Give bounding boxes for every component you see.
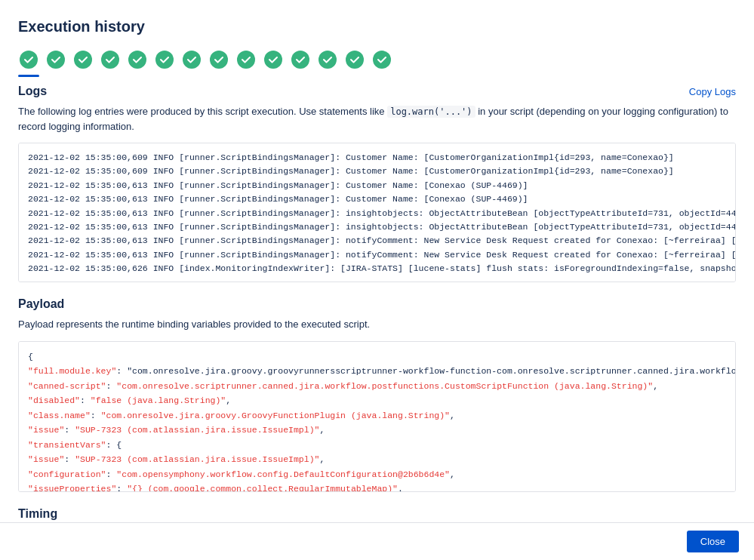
active-indicator [18,75,39,77]
check-item-9[interactable] [263,49,284,70]
copy-logs-button[interactable]: Copy Logs [689,86,736,97]
check-item-5[interactable] [154,49,175,70]
timing-section: Timing [18,507,736,521]
json-line-7: "issue": "SUP-7323 (com.atlassian.jira.i… [28,452,726,467]
logs-desc-code: log.warn('...') [387,106,475,118]
log-line-2: 2021-12-02 15:35:00,613 INFO [runner.Scr… [28,179,726,192]
check-item-10[interactable] [290,49,311,70]
check-item-7[interactable] [208,49,229,70]
log-line-7: 2021-12-02 15:35:00,613 INFO [runner.Scr… [28,248,726,262]
check-item-12[interactable] [344,49,365,70]
payload-content-box[interactable]: { "full.module.key": "com.onresolve.jira… [18,341,736,492]
log-line-8: 2021-12-02 15:35:00,626 INFO [index.Moni… [28,262,726,275]
timing-section-title: Timing [18,507,57,520]
payload-section: Payload Payload represents the runtime b… [18,297,736,492]
payload-description: Payload represents the runtime binding v… [18,317,736,332]
json-line-3: "disabled": "false (java.lang.String)", [28,393,726,408]
check-item-13[interactable] [371,49,392,70]
logs-content-box[interactable]: 2021-12-02 15:35:00,609 INFO [runner.Scr… [18,143,736,282]
logs-section-title: Logs [18,85,47,98]
footer-bar: Close [0,522,754,560]
json-line-1: "full.module.key": "com.onresolve.jira.g… [28,364,726,379]
json-line-0: { [28,349,726,365]
json-line-4: "class.name": "com.onresolve.jira.groovy… [28,408,726,423]
payload-section-title: Payload [18,297,64,311]
logs-description: The following log entries were produced … [18,104,736,134]
page-container: Execution history Logs Copy Logs The fol… [0,0,754,560]
logs-section-header: Logs Copy Logs [18,85,736,98]
json-line-6: "transientVars": { [28,438,726,453]
check-item-1[interactable] [45,49,66,70]
check-item-3[interactable] [100,49,121,70]
log-line-0: 2021-12-02 15:35:00,609 INFO [runner.Scr… [28,151,726,165]
check-item-4[interactable] [127,49,148,70]
log-line-3: 2021-12-02 15:35:00,613 INFO [runner.Scr… [28,192,726,206]
check-item-11[interactable] [317,49,338,70]
close-button[interactable]: Close [687,531,739,552]
json-line-9: "issueProperties": "{} (com.google.commo… [28,482,726,491]
logs-desc-before: The following log entries were produced … [18,106,387,117]
payload-section-header: Payload [18,297,736,311]
check-item-6[interactable] [181,49,202,70]
log-line-5: 2021-12-02 15:35:00,613 INFO [runner.Scr… [28,220,726,234]
log-line-1: 2021-12-02 15:35:00,609 INFO [runner.Scr… [28,165,726,178]
checkmarks-row [18,49,736,70]
json-line-2: "canned-script": "com.onresolve.scriptru… [28,379,726,394]
logs-section: Logs Copy Logs The following log entries… [18,85,736,282]
page-title: Execution history [18,18,736,35]
json-line-5: "issue": "SUP-7323 (com.atlassian.jira.i… [28,423,726,438]
check-item-0[interactable] [18,49,39,70]
check-item-2[interactable] [72,49,94,70]
log-line-4: 2021-12-02 15:35:00,613 INFO [runner.Scr… [28,207,726,220]
json-line-8: "configuration": "com.opensymphony.workf… [28,467,726,482]
log-line-6: 2021-12-02 15:35:00,613 INFO [runner.Scr… [28,234,726,248]
check-item-8[interactable] [235,49,257,70]
